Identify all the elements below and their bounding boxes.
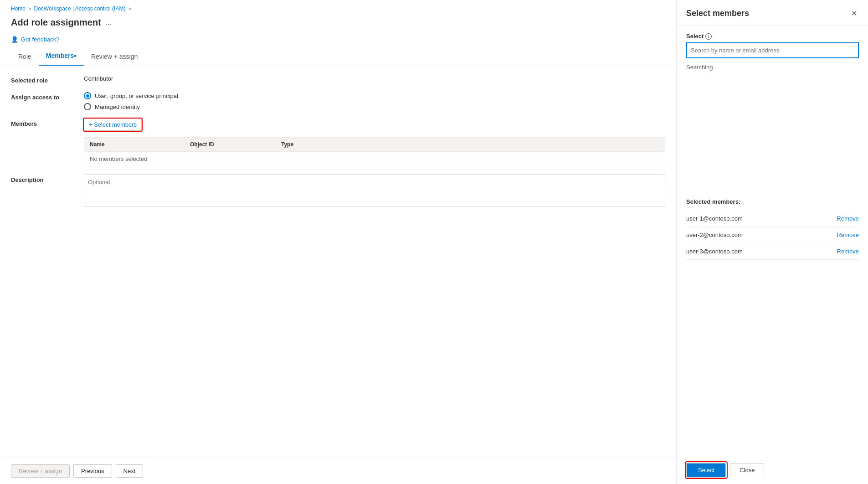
more-options-icon[interactable]: ... — [106, 19, 112, 27]
members-table: Name Object ID Type No members selected — [84, 137, 665, 166]
breadcrumb-docworkspace[interactable]: DocWorkspace | Access control (IAM) — [34, 5, 125, 12]
col-header-objectid: Object ID — [190, 141, 281, 148]
radio-user-group[interactable]: User, group, or service principal — [84, 92, 665, 99]
close-icon[interactable]: ✕ — [849, 7, 859, 20]
select-members-flyout: Select members ✕ Select i Searching... S… — [677, 0, 868, 484]
radio-managed-identity-circle — [84, 103, 91, 110]
searching-text: Searching... — [686, 64, 859, 71]
breadcrumb-separator-1: > — [28, 6, 31, 11]
assign-access-label: Assign access to — [11, 92, 84, 101]
members-controls: + Select members — [84, 118, 665, 131]
member-email-1: user-2@contoso.com — [686, 232, 743, 238]
tab-review[interactable]: Review + assign — [84, 48, 145, 65]
selected-members-section: Selected members: user-1@contoso.com Rem… — [686, 198, 859, 260]
table-body: No members selected — [84, 152, 665, 166]
col-header-type: Type — [281, 141, 349, 148]
breadcrumb-home[interactable]: Home — [11, 5, 26, 12]
flyout-header: Select members ✕ — [677, 0, 868, 26]
no-members-text: No members selected — [90, 155, 147, 162]
col-header-name: Name — [90, 141, 190, 148]
previous-button[interactable]: Previous — [73, 464, 112, 478]
description-textarea[interactable] — [84, 175, 665, 206]
tab-members[interactable]: Members• — [39, 47, 84, 66]
flyout-body: Select i Searching... Selected members: … — [677, 26, 868, 456]
page-title: Add role assignment — [11, 17, 101, 28]
member-email-0: user-1@contoso.com — [686, 215, 743, 222]
remove-member-2[interactable]: Remove — [837, 248, 859, 255]
radio-managed-identity-label: Managed identity — [95, 103, 140, 110]
tabs-bar: Role Members• Review + assign — [0, 47, 676, 66]
members-list: user-1@contoso.com Remove user-2@contoso… — [686, 211, 859, 260]
member-email-2: user-3@contoso.com — [686, 248, 743, 255]
members-row: Members + Select members Name Object ID … — [11, 118, 665, 166]
selected-role-row: Selected role Contributor — [11, 75, 665, 84]
feedback-icon: 👤 — [11, 36, 18, 43]
flyout-footer: Select Close — [677, 456, 868, 484]
select-members-button[interactable]: + Select members — [84, 118, 142, 131]
remove-member-0[interactable]: Remove — [837, 215, 859, 222]
bottom-bar: Review + assign Previous Next — [0, 458, 676, 484]
description-row: Description — [11, 175, 665, 206]
table-header: Name Object ID Type — [84, 138, 665, 152]
radio-user-group-circle — [84, 92, 91, 99]
member-row: user-1@contoso.com Remove — [686, 211, 859, 227]
next-button[interactable]: Next — [116, 464, 144, 478]
breadcrumb: Home > DocWorkspace | Access control (IA… — [0, 0, 676, 15]
page-header: Add role assignment ... — [0, 15, 676, 33]
radio-user-group-label: User, group, or service principal — [95, 93, 178, 99]
feedback-bar[interactable]: 👤 Got feedback? — [0, 33, 676, 47]
description-label: Description — [11, 175, 84, 183]
flyout-select-label: Select i — [686, 33, 859, 40]
feedback-label: Got feedback? — [21, 36, 60, 43]
member-row: user-3@contoso.com Remove — [686, 243, 859, 260]
tab-role[interactable]: Role — [11, 48, 39, 65]
info-icon[interactable]: i — [705, 33, 712, 40]
review-assign-button[interactable]: Review + assign — [11, 464, 70, 478]
member-row: user-2@contoso.com Remove — [686, 227, 859, 243]
remove-member-1[interactable]: Remove — [837, 232, 859, 238]
breadcrumb-separator-2: > — [128, 6, 131, 11]
flyout-close-button[interactable]: Close — [730, 463, 764, 477]
selected-members-label: Selected members: — [686, 198, 859, 205]
assign-access-row: Assign access to User, group, or service… — [11, 92, 665, 110]
radio-managed-identity[interactable]: Managed identity — [84, 103, 665, 110]
selected-role-value: Contributor — [84, 75, 665, 82]
selected-role-label: Selected role — [11, 75, 84, 84]
form-content: Selected role Contributor Assign access … — [0, 66, 676, 458]
search-box-wrapper — [686, 42, 859, 58]
assign-access-options: User, group, or service principal Manage… — [84, 92, 665, 110]
radio-group: User, group, or service principal Manage… — [84, 92, 665, 110]
members-label: Members — [11, 118, 84, 127]
flyout-title: Select members — [686, 9, 749, 18]
search-input[interactable] — [689, 44, 856, 57]
flyout-select-button[interactable]: Select — [686, 463, 726, 478]
